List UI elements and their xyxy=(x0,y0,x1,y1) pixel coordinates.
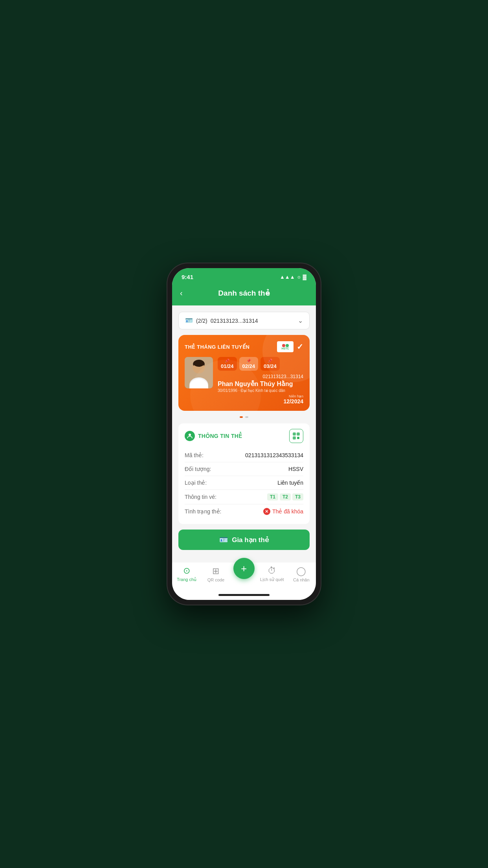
info-row-doi-tuong: Đối tượng: HSSV xyxy=(185,462,303,476)
chevron-down-icon: ⌄ xyxy=(298,317,303,324)
status-time: 9:41 xyxy=(182,274,193,280)
status-bar: 9:41 ▲▲▲ ⌾ ▓ xyxy=(172,268,316,285)
info-row-thong-tin-ve: Thông tin vé: T1 T2 T3 xyxy=(185,490,303,504)
card-selector-icon: 🪪 xyxy=(185,317,193,324)
route-badge-t2: T2 xyxy=(280,493,291,500)
transit-card: THẺ THÁNG LIÊN TUYẾN HSTC ✓ xyxy=(178,335,310,411)
card-expiry: Niên hạn 12/2024 xyxy=(218,394,303,405)
dropdown-count: (2/2) xyxy=(196,318,207,324)
dot-2 xyxy=(245,416,248,418)
card-header: THẺ THÁNG LIÊN TUYẾN HSTC ✓ xyxy=(185,341,303,352)
card-dob-school: 30/01/1996 · Đại học Kinh tế quốc dân xyxy=(218,388,303,393)
info-section-title: THÔNG TIN THẺ xyxy=(198,433,242,439)
info-section: THÔNG TIN THẺ xyxy=(178,423,310,524)
plus-icon: + xyxy=(241,563,247,575)
info-title-wrap: THÔNG TIN THẺ xyxy=(185,431,242,441)
info-label-loai-the: Loại thẻ: xyxy=(185,480,207,486)
month-badge-02: 📌 02/24 xyxy=(239,357,259,371)
svg-point-8 xyxy=(189,434,191,436)
svg-rect-14 xyxy=(297,438,298,439)
battery-icon: ▓ xyxy=(303,274,306,280)
verified-check-icon: ✓ xyxy=(297,342,303,351)
svg-rect-18 xyxy=(294,438,295,438)
status-icons: ▲▲▲ ⌾ ▓ xyxy=(280,274,306,280)
month-badges: 📌 01/24 📌 02/24 📌 03/24 xyxy=(218,357,303,371)
nav-add-button[interactable]: + xyxy=(233,558,255,579)
info-label-ma-the: Mã thẻ: xyxy=(185,452,204,458)
info-value-ma-the: 0213131312343533134 xyxy=(245,452,303,458)
history-icon: ⏱ xyxy=(268,566,276,576)
info-row-loai-the: Loại thẻ: Liên tuyến xyxy=(185,476,303,490)
signal-icon: ▲▲▲ xyxy=(280,274,295,280)
page-title: Danh sách thẻ xyxy=(218,289,270,298)
locked-status-text: Thẻ đã khóa xyxy=(272,508,303,515)
svg-rect-17 xyxy=(298,434,299,434)
card-status-locked: ✕ Thẻ đã khóa xyxy=(263,508,303,515)
card-header-right: HSTC ✓ xyxy=(277,341,303,352)
card-body: 📌 01/24 📌 02/24 📌 03/24 xyxy=(185,357,303,405)
info-value-loai-the: Liên tuyến xyxy=(277,480,303,486)
svg-rect-12 xyxy=(297,437,298,438)
info-row-ma-the: Mã thẻ: 0213131312343533134 xyxy=(185,449,303,462)
user-icon xyxy=(185,431,195,441)
profile-icon: ◯ xyxy=(296,566,306,576)
svg-rect-15 xyxy=(299,438,299,439)
route-badges: T1 T2 T3 xyxy=(267,493,303,500)
month-badge-03: 📌 03/24 xyxy=(261,357,280,371)
info-label-tinh-trang: Tình trạng thẻ: xyxy=(185,508,221,515)
phone-frame: 9:41 ▲▲▲ ⌾ ▓ ‹ Danh sách thẻ 🪪 (2/2) 021… xyxy=(167,263,321,605)
page-header: ‹ Danh sách thẻ xyxy=(172,285,316,305)
qr-code-button[interactable] xyxy=(289,429,303,443)
qrcode-nav-icon: ⊞ xyxy=(212,566,219,576)
nav-label-history: Lịch sử quét xyxy=(260,577,284,582)
month-badge-01: 📌 01/24 xyxy=(218,357,237,371)
nav-label-profile: Cá nhân xyxy=(293,577,310,582)
dropdown-left: 🪪 (2/2) 021313123...31314 xyxy=(185,317,258,324)
avatar xyxy=(185,357,213,388)
nav-label-qrcode: QR code xyxy=(207,577,224,582)
nav-item-history[interactable]: ⏱ Lịch sử quét xyxy=(260,566,284,582)
card-holder-name: Phan Nguyễn Thúy Hằng xyxy=(218,380,303,388)
card-type-label: THẺ THÁNG LIÊN TUYẾN xyxy=(185,344,250,350)
nav-item-qrcode[interactable]: ⊞ QR code xyxy=(204,566,227,582)
home-indicator xyxy=(172,592,316,600)
bottom-nav: ⊙ Trang chủ ⊞ QR code + ⏱ Lịch sử quét ◯… xyxy=(172,563,316,592)
svg-point-6 xyxy=(193,360,204,367)
route-badge-t1: T1 xyxy=(267,493,278,500)
expiry-date: 12/2024 xyxy=(218,398,303,405)
card-number-display: 021313123...31314 xyxy=(218,374,303,379)
nav-item-profile[interactable]: ◯ Cá nhân xyxy=(290,566,313,582)
info-row-tinh-trang: Tình trạng thẻ: ✕ Thẻ đã khóa xyxy=(185,504,303,519)
info-value-doi-tuong: HSSV xyxy=(288,466,303,472)
phone-screen: 9:41 ▲▲▲ ⌾ ▓ ‹ Danh sách thẻ 🪪 (2/2) 021… xyxy=(172,268,316,600)
dot-1 xyxy=(240,416,243,418)
card-page-dots xyxy=(178,416,310,418)
gia-han-icon: 🪪 xyxy=(219,535,228,544)
home-bar xyxy=(218,594,270,596)
card-info: 📌 01/24 📌 02/24 📌 03/24 xyxy=(218,357,303,405)
locked-x-icon: ✕ xyxy=(263,508,270,515)
dropdown-card-number: 021313123...31314 xyxy=(211,318,258,324)
info-label-doi-tuong: Đối tượng: xyxy=(185,466,211,472)
svg-rect-13 xyxy=(299,437,299,438)
info-label-thong-tin-ve: Thông tin vé: xyxy=(185,494,216,500)
hstc-logo: HSTC xyxy=(277,341,294,352)
nav-label-home: Trang chủ xyxy=(177,577,196,582)
gia-han-label: Gia hạn thẻ xyxy=(232,536,269,544)
back-button[interactable]: ‹ xyxy=(180,289,183,298)
gia-han-the-button[interactable]: 🪪 Gia hạn thẻ xyxy=(178,530,310,550)
wifi-icon: ⌾ xyxy=(297,274,301,280)
svg-rect-16 xyxy=(294,434,295,434)
main-content: 🪪 (2/2) 021313123...31314 ⌄ THẺ THÁNG LI… xyxy=(172,305,316,563)
info-section-header: THÔNG TIN THẺ xyxy=(185,429,303,443)
card-selector-dropdown[interactable]: 🪪 (2/2) 021313123...31314 ⌄ xyxy=(178,312,310,329)
nav-item-home[interactable]: ⊙ Trang chủ xyxy=(175,566,198,582)
expiry-label: Niên hạn xyxy=(218,394,303,398)
route-badge-t3: T3 xyxy=(292,493,303,500)
home-icon: ⊙ xyxy=(183,566,190,576)
